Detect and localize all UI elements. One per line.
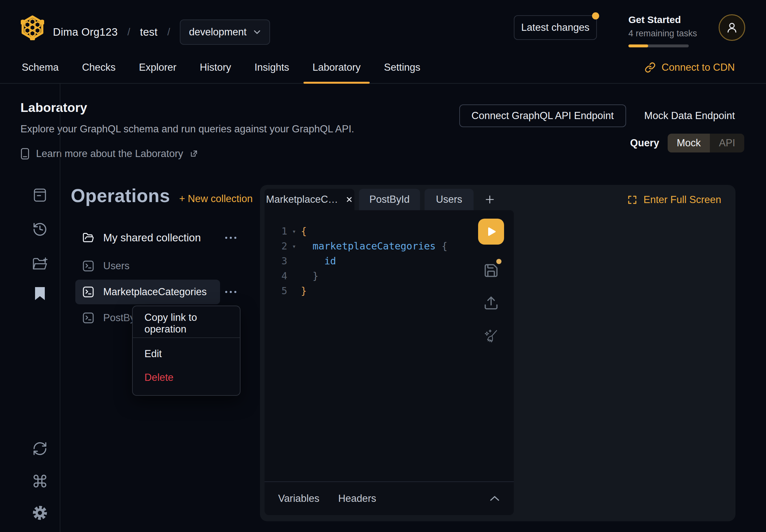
operation-context-menu: Copy link to operation Edit Delete bbox=[132, 306, 240, 396]
operation-label: MarketplaceCategories bbox=[103, 286, 207, 298]
notification-dot bbox=[592, 12, 599, 19]
folder-open-icon bbox=[82, 232, 95, 244]
tab-laboratory[interactable]: Laboratory bbox=[311, 52, 362, 83]
fold-gutter bbox=[287, 284, 301, 298]
docs-button[interactable] bbox=[31, 186, 49, 204]
sync-button[interactable] bbox=[31, 440, 49, 457]
run-query-button[interactable] bbox=[478, 219, 504, 245]
code-token: } bbox=[312, 270, 318, 282]
upload-icon bbox=[483, 295, 499, 311]
page-header: Laboratory Explore your GraphQL schema a… bbox=[20, 101, 354, 160]
collapse-panel-button[interactable] bbox=[489, 495, 500, 502]
person-icon bbox=[725, 20, 739, 35]
fold-toggle-icon[interactable]: ▾ bbox=[287, 224, 301, 239]
book-dash-icon bbox=[32, 187, 48, 203]
save-icon bbox=[483, 263, 499, 278]
tab-explorer[interactable]: Explorer bbox=[138, 52, 177, 83]
collection-menu-button[interactable] bbox=[221, 230, 241, 246]
operation-row-users: Users bbox=[71, 254, 259, 278]
tab-settings[interactable]: Settings bbox=[383, 52, 422, 83]
gear-icon bbox=[32, 505, 48, 521]
new-collection-link[interactable]: + New collection bbox=[179, 193, 253, 205]
code-token: { bbox=[301, 225, 307, 237]
hive-logo-icon[interactable] bbox=[21, 15, 44, 40]
settings-button[interactable] bbox=[31, 504, 49, 522]
graph-nav-tabs: Schema Checks Explorer History Insights … bbox=[0, 52, 766, 84]
broom-sparkles-icon bbox=[483, 328, 499, 344]
page-description: Explore your GraphQL schema and run quer… bbox=[20, 123, 354, 135]
operation-row-marketplace-categories: MarketplaceCategories bbox=[71, 280, 259, 304]
refresh-icon bbox=[32, 441, 48, 456]
code-line: 5 } bbox=[264, 284, 514, 298]
variant-selector[interactable]: development bbox=[180, 19, 270, 45]
breadcrumb-org[interactable]: Dima Org123 bbox=[53, 26, 118, 38]
tab-schema[interactable]: Schema bbox=[20, 52, 60, 83]
command-icon bbox=[32, 473, 48, 489]
operation-icon bbox=[82, 311, 95, 324]
operation-users[interactable]: Users bbox=[75, 254, 220, 278]
new-collection-button[interactable] bbox=[31, 255, 49, 272]
line-number: 2 bbox=[264, 239, 287, 254]
collection-row: My shared collection bbox=[71, 225, 259, 250]
query-toggle-label: Query bbox=[630, 137, 659, 149]
headers-tab[interactable]: Headers bbox=[338, 493, 376, 504]
progress-bar bbox=[628, 44, 689, 47]
history-button[interactable] bbox=[31, 221, 49, 238]
save-operation-button[interactable] bbox=[482, 261, 500, 280]
breadcrumb-graph[interactable]: test bbox=[140, 26, 157, 38]
operation-marketplace-categories[interactable]: MarketplaceCategories bbox=[75, 280, 220, 304]
tab-insights[interactable]: Insights bbox=[253, 52, 290, 83]
link-icon bbox=[645, 62, 656, 73]
query-mode-mock[interactable]: Mock bbox=[668, 134, 710, 152]
menu-item-copy-link[interactable]: Copy link to operation bbox=[133, 311, 240, 335]
enter-full-screen-link[interactable]: Enter Full Screen bbox=[627, 194, 722, 206]
operations-panel: Operations + New collection My shared co… bbox=[71, 185, 259, 412]
breadcrumb-separator: / bbox=[167, 26, 170, 38]
format-query-button[interactable] bbox=[482, 327, 500, 345]
editor-tab-post-by-id[interactable]: PostById bbox=[359, 189, 420, 210]
code-token: id bbox=[324, 255, 336, 267]
share-operation-button[interactable] bbox=[482, 294, 500, 312]
play-icon bbox=[485, 225, 498, 238]
external-link-icon bbox=[189, 150, 198, 158]
query-editor[interactable]: 1 ▾ { 2 ▾ marketplaceCategories{ 3 id 4 bbox=[264, 210, 514, 515]
latest-changes-button[interactable]: Latest changes bbox=[514, 15, 597, 40]
breadcrumb: Dima Org123 / test / development bbox=[53, 19, 270, 45]
editor-tab-users[interactable]: Users bbox=[425, 189, 474, 210]
user-avatar[interactable] bbox=[719, 14, 745, 41]
operation-menu-button[interactable] bbox=[221, 284, 241, 300]
operation-label: Users bbox=[103, 260, 129, 272]
editor-tab-marketplace-categories[interactable]: MarketplaceC… bbox=[264, 189, 354, 210]
connect-graphql-endpoint-button[interactable]: Connect GraphQL API Endpoint bbox=[459, 104, 626, 127]
top-bar: Dima Org123 / test / development Latest … bbox=[0, 0, 766, 54]
fold-gutter bbox=[287, 269, 301, 284]
connect-to-cdn-label: Connect to CDN bbox=[662, 62, 735, 73]
tab-checks[interactable]: Checks bbox=[81, 52, 117, 83]
editor-footer: Variables Headers bbox=[264, 481, 514, 515]
variables-tab[interactable]: Variables bbox=[278, 493, 319, 504]
fold-toggle-icon[interactable]: ▾ bbox=[287, 239, 301, 254]
get-started-widget[interactable]: Get Started 4 remaining tasks bbox=[628, 14, 690, 47]
learn-more-link[interactable]: Learn more about the Laboratory bbox=[20, 148, 354, 160]
tab-history[interactable]: History bbox=[199, 52, 232, 83]
chevron-up-icon bbox=[489, 495, 500, 502]
query-mode-segmented-control: Mock API bbox=[668, 134, 744, 152]
close-tab-icon[interactable] bbox=[345, 196, 353, 203]
code-token: marketplaceCategories bbox=[312, 240, 436, 252]
query-mode-toggle: Query Mock API bbox=[630, 134, 744, 152]
collection-toggle[interactable]: My shared collection bbox=[75, 225, 220, 250]
connect-to-cdn-link[interactable]: Connect to CDN bbox=[645, 52, 735, 83]
enter-full-screen-label: Enter Full Screen bbox=[644, 194, 722, 206]
menu-item-delete[interactable]: Delete bbox=[133, 368, 240, 387]
menu-item-edit[interactable]: Edit bbox=[133, 340, 240, 368]
bookmark-icon bbox=[34, 286, 45, 301]
line-number: 3 bbox=[264, 254, 287, 269]
code-area[interactable]: 1 ▾ { 2 ▾ marketplaceCategories{ 3 id 4 bbox=[264, 210, 514, 481]
line-number: 4 bbox=[264, 269, 287, 284]
saved-operations-button[interactable] bbox=[31, 285, 49, 302]
mock-data-endpoint-button[interactable]: Mock Data Endpoint bbox=[644, 110, 735, 122]
folder-plus-icon bbox=[32, 256, 48, 272]
shortcuts-button[interactable] bbox=[31, 472, 49, 490]
query-mode-api[interactable]: API bbox=[710, 134, 744, 152]
new-tab-icon[interactable] bbox=[480, 189, 500, 210]
